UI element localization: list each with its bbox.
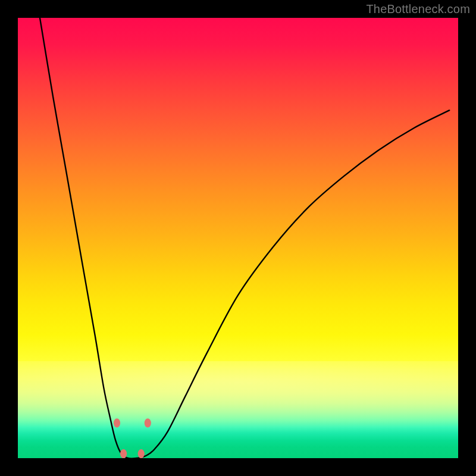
marker-dot	[138, 449, 145, 458]
plot-area	[18, 18, 458, 458]
watermark-text: TheBottleneck.com	[366, 2, 470, 16]
marker-dot	[114, 418, 120, 427]
curve-layer	[18, 18, 458, 458]
chart-frame: TheBottleneck.com	[0, 0, 476, 476]
marker-dot	[145, 418, 151, 427]
bottleneck-curve	[40, 18, 449, 458]
marker-dot	[120, 449, 127, 458]
curve-markers	[114, 418, 151, 458]
